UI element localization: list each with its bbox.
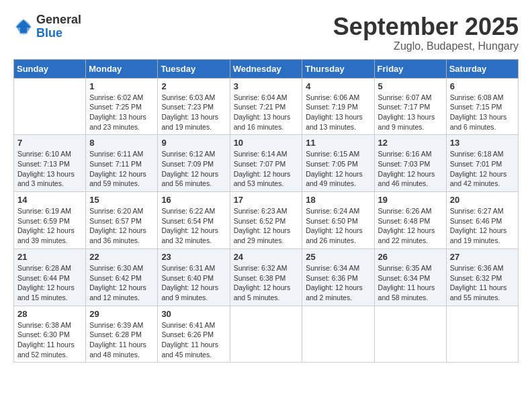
day-detail: Sunrise: 6:35 AMSunset: 6:34 PMDaylight:… xyxy=(378,263,443,303)
day-number: 8 xyxy=(89,138,154,148)
calendar-day-cell: 10Sunrise: 6:14 AMSunset: 7:07 PMDayligh… xyxy=(230,135,302,192)
day-detail: Sunrise: 6:02 AMSunset: 7:25 PMDaylight:… xyxy=(89,93,154,132)
day-detail: Sunrise: 6:14 AMSunset: 7:07 PMDaylight:… xyxy=(234,149,299,189)
calendar-day-cell: 2Sunrise: 6:03 AMSunset: 7:23 PMDaylight… xyxy=(158,78,230,135)
calendar-day-cell: 5Sunrise: 6:07 AMSunset: 7:17 PMDaylight… xyxy=(374,78,446,135)
logo-icon xyxy=(13,17,34,37)
day-number: 10 xyxy=(234,138,299,148)
day-number: 1 xyxy=(89,81,154,91)
calendar-day-cell: 1Sunrise: 6:02 AMSunset: 7:25 PMDaylight… xyxy=(86,78,158,135)
calendar-week-row: 1Sunrise: 6:02 AMSunset: 7:25 PMDaylight… xyxy=(14,78,519,135)
day-detail: Sunrise: 6:38 AMSunset: 6:30 PMDaylight:… xyxy=(17,320,82,360)
logo: General Blue xyxy=(13,13,81,40)
calendar-day-cell xyxy=(302,306,374,363)
day-number: 5 xyxy=(378,81,443,91)
day-number: 18 xyxy=(306,195,370,205)
day-detail: Sunrise: 6:16 AMSunset: 7:03 PMDaylight:… xyxy=(378,149,443,189)
day-detail: Sunrise: 6:20 AMSunset: 6:57 PMDaylight:… xyxy=(89,206,154,246)
day-number: 13 xyxy=(450,138,515,148)
day-number: 28 xyxy=(17,309,82,319)
day-number: 20 xyxy=(450,195,515,205)
calendar-day-cell: 18Sunrise: 6:24 AMSunset: 6:50 PMDayligh… xyxy=(302,192,374,249)
calendar-day-cell: 24Sunrise: 6:32 AMSunset: 6:38 PMDayligh… xyxy=(230,248,302,306)
day-of-week-header: Wednesday xyxy=(230,59,302,78)
calendar-week-row: 21Sunrise: 6:28 AMSunset: 6:44 PMDayligh… xyxy=(14,248,519,306)
day-detail: Sunrise: 6:32 AMSunset: 6:38 PMDaylight:… xyxy=(234,263,299,303)
day-of-week-header: Saturday xyxy=(446,59,518,78)
calendar-day-cell: 28Sunrise: 6:38 AMSunset: 6:30 PMDayligh… xyxy=(14,306,86,363)
calendar-day-cell: 30Sunrise: 6:41 AMSunset: 6:26 PMDayligh… xyxy=(158,306,230,363)
calendar-day-cell: 17Sunrise: 6:23 AMSunset: 6:52 PMDayligh… xyxy=(230,192,302,249)
day-detail: Sunrise: 6:34 AMSunset: 6:36 PMDaylight:… xyxy=(306,263,370,303)
calendar-week-row: 7Sunrise: 6:10 AMSunset: 7:13 PMDaylight… xyxy=(14,135,519,192)
day-detail: Sunrise: 6:19 AMSunset: 6:59 PMDaylight:… xyxy=(17,206,82,246)
calendar-week-row: 28Sunrise: 6:38 AMSunset: 6:30 PMDayligh… xyxy=(14,306,519,363)
calendar-day-cell: 13Sunrise: 6:18 AMSunset: 7:01 PMDayligh… xyxy=(446,135,518,192)
day-detail: Sunrise: 6:23 AMSunset: 6:52 PMDaylight:… xyxy=(234,206,299,246)
day-number: 16 xyxy=(161,195,226,205)
day-number: 22 xyxy=(89,252,154,262)
day-number: 11 xyxy=(306,138,370,148)
calendar-day-cell: 7Sunrise: 6:10 AMSunset: 7:13 PMDaylight… xyxy=(14,135,86,192)
day-detail: Sunrise: 6:28 AMSunset: 6:44 PMDaylight:… xyxy=(17,263,82,303)
day-number: 21 xyxy=(17,252,82,262)
calendar-day-cell: 27Sunrise: 6:36 AMSunset: 6:32 PMDayligh… xyxy=(446,248,518,306)
calendar-day-cell: 4Sunrise: 6:06 AMSunset: 7:19 PMDaylight… xyxy=(302,78,374,135)
calendar-day-cell: 11Sunrise: 6:15 AMSunset: 7:05 PMDayligh… xyxy=(302,135,374,192)
calendar-day-cell xyxy=(446,306,518,363)
day-detail: Sunrise: 6:24 AMSunset: 6:50 PMDaylight:… xyxy=(306,206,370,246)
day-detail: Sunrise: 6:10 AMSunset: 7:13 PMDaylight:… xyxy=(17,149,82,189)
page-header: General Blue September 2025 Zuglo, Budap… xyxy=(13,13,519,52)
calendar-day-cell: 6Sunrise: 6:08 AMSunset: 7:15 PMDaylight… xyxy=(446,78,518,135)
calendar-day-cell: 3Sunrise: 6:04 AMSunset: 7:21 PMDaylight… xyxy=(230,78,302,135)
day-detail: Sunrise: 6:39 AMSunset: 6:28 PMDaylight:… xyxy=(89,320,154,360)
day-number: 6 xyxy=(450,81,515,91)
calendar-day-cell: 29Sunrise: 6:39 AMSunset: 6:28 PMDayligh… xyxy=(86,306,158,363)
day-detail: Sunrise: 6:07 AMSunset: 7:17 PMDaylight:… xyxy=(378,93,443,132)
day-detail: Sunrise: 6:04 AMSunset: 7:21 PMDaylight:… xyxy=(234,93,299,132)
day-number: 23 xyxy=(161,252,226,262)
logo-text: General Blue xyxy=(36,13,81,40)
day-number: 12 xyxy=(378,138,443,148)
day-number: 24 xyxy=(234,252,299,262)
day-detail: Sunrise: 6:41 AMSunset: 6:26 PMDaylight:… xyxy=(161,320,226,360)
day-number: 30 xyxy=(161,309,226,319)
calendar-day-cell: 20Sunrise: 6:27 AMSunset: 6:46 PMDayligh… xyxy=(446,192,518,249)
calendar-day-cell: 8Sunrise: 6:11 AMSunset: 7:11 PMDaylight… xyxy=(86,135,158,192)
calendar-day-cell xyxy=(374,306,446,363)
day-detail: Sunrise: 6:11 AMSunset: 7:11 PMDaylight:… xyxy=(89,149,154,189)
calendar-day-cell: 23Sunrise: 6:31 AMSunset: 6:40 PMDayligh… xyxy=(158,248,230,306)
day-detail: Sunrise: 6:12 AMSunset: 7:09 PMDaylight:… xyxy=(161,149,226,189)
month-title: September 2025 xyxy=(333,13,519,40)
calendar-day-cell: 22Sunrise: 6:30 AMSunset: 6:42 PMDayligh… xyxy=(86,248,158,306)
logo-general-text: General xyxy=(36,13,81,27)
day-detail: Sunrise: 6:22 AMSunset: 6:54 PMDaylight:… xyxy=(161,206,226,246)
day-detail: Sunrise: 6:27 AMSunset: 6:46 PMDaylight:… xyxy=(450,206,515,246)
day-number: 26 xyxy=(378,252,443,262)
calendar-day-cell xyxy=(14,78,86,135)
calendar-day-cell xyxy=(230,306,302,363)
calendar-day-cell: 25Sunrise: 6:34 AMSunset: 6:36 PMDayligh… xyxy=(302,248,374,306)
day-detail: Sunrise: 6:26 AMSunset: 6:48 PMDaylight:… xyxy=(378,206,443,246)
calendar-week-row: 14Sunrise: 6:19 AMSunset: 6:59 PMDayligh… xyxy=(14,192,519,249)
location-text: Zuglo, Budapest, Hungary xyxy=(333,40,519,52)
day-number: 27 xyxy=(450,252,515,262)
day-number: 17 xyxy=(234,195,299,205)
calendar-day-cell: 15Sunrise: 6:20 AMSunset: 6:57 PMDayligh… xyxy=(86,192,158,249)
day-detail: Sunrise: 6:06 AMSunset: 7:19 PMDaylight:… xyxy=(306,93,370,132)
title-block: September 2025 Zuglo, Budapest, Hungary xyxy=(333,13,519,52)
day-detail: Sunrise: 6:18 AMSunset: 7:01 PMDaylight:… xyxy=(450,149,515,189)
logo-blue-text: Blue xyxy=(36,27,81,40)
day-number: 25 xyxy=(306,252,370,262)
calendar-day-cell: 9Sunrise: 6:12 AMSunset: 7:09 PMDaylight… xyxy=(158,135,230,192)
day-number: 4 xyxy=(306,81,370,91)
day-number: 15 xyxy=(89,195,154,205)
svg-rect-2 xyxy=(20,26,27,33)
calendar-table: SundayMondayTuesdayWednesdayThursdayFrid… xyxy=(13,59,519,363)
day-detail: Sunrise: 6:36 AMSunset: 6:32 PMDaylight:… xyxy=(450,263,515,303)
day-detail: Sunrise: 6:31 AMSunset: 6:40 PMDaylight:… xyxy=(161,263,226,303)
calendar-day-cell: 21Sunrise: 6:28 AMSunset: 6:44 PMDayligh… xyxy=(14,248,86,306)
calendar-day-cell: 26Sunrise: 6:35 AMSunset: 6:34 PMDayligh… xyxy=(374,248,446,306)
day-number: 19 xyxy=(378,195,443,205)
day-number: 3 xyxy=(234,81,299,91)
